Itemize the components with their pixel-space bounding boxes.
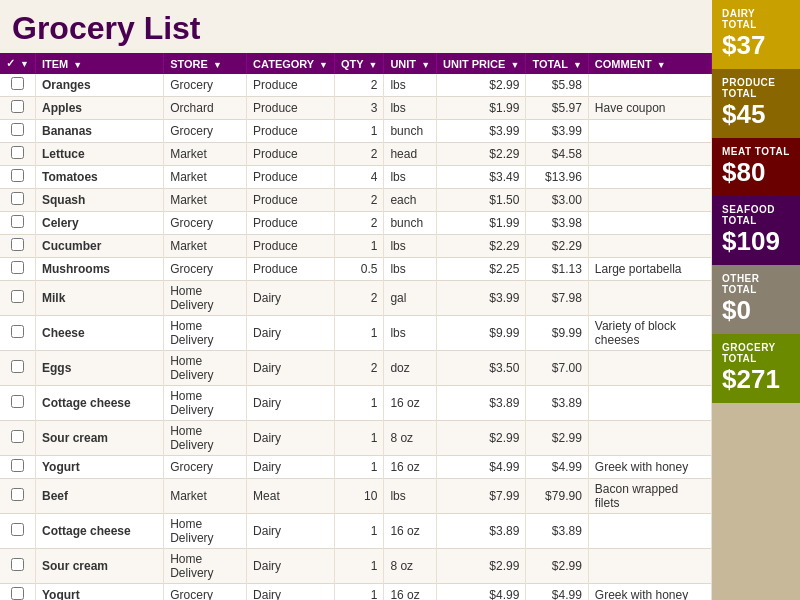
row-comment xyxy=(588,166,711,189)
row-total: $4.58 xyxy=(526,143,588,166)
col-qty[interactable]: QTY ▼ xyxy=(335,53,384,74)
row-item: Sour cream xyxy=(35,549,163,584)
row-store: Grocery xyxy=(164,456,247,479)
row-category: Produce xyxy=(247,258,335,281)
row-unit: gal xyxy=(384,281,437,316)
col-comment[interactable]: COMMENT ▼ xyxy=(588,53,711,74)
row-checkbox[interactable] xyxy=(0,258,35,281)
row-total: $5.97 xyxy=(526,97,588,120)
row-unit-price: $2.99 xyxy=(437,421,526,456)
row-unit: doz xyxy=(384,351,437,386)
row-checkbox[interactable] xyxy=(0,351,35,386)
row-qty: 1 xyxy=(335,120,384,143)
row-item: Yogurt xyxy=(35,584,163,601)
table-row: ApplesOrchardProduce3lbs$1.99$5.97Have c… xyxy=(0,97,712,120)
row-checkbox[interactable] xyxy=(0,456,35,479)
row-store: Market xyxy=(164,166,247,189)
row-total: $79.90 xyxy=(526,479,588,514)
row-store: Grocery xyxy=(164,584,247,601)
row-total: $3.00 xyxy=(526,189,588,212)
table-container[interactable]: ✓ ▼ ITEM ▼ STORE ▼ CATEGORY ▼ QTY ▼ UNIT… xyxy=(0,53,712,600)
row-item: Beef xyxy=(35,479,163,514)
row-unit: each xyxy=(384,189,437,212)
row-checkbox[interactable] xyxy=(0,235,35,258)
row-store: Home Delivery xyxy=(164,514,247,549)
row-unit-price: $3.89 xyxy=(437,386,526,421)
row-unit: 8 oz xyxy=(384,421,437,456)
table-row: BeefMarketMeat10lbs$7.99$79.90Bacon wrap… xyxy=(0,479,712,514)
table-row: YogurtGroceryDairy116 oz$4.99$4.99Greek … xyxy=(0,584,712,601)
row-checkbox[interactable] xyxy=(0,166,35,189)
row-comment xyxy=(588,212,711,235)
row-store: Market xyxy=(164,235,247,258)
row-unit: lbs xyxy=(384,479,437,514)
row-comment xyxy=(588,143,711,166)
row-unit: 16 oz xyxy=(384,386,437,421)
row-category: Produce xyxy=(247,74,335,97)
row-checkbox[interactable] xyxy=(0,74,35,97)
table-row: EggsHome DeliveryDairy2doz$3.50$7.00 xyxy=(0,351,712,386)
row-total: $2.29 xyxy=(526,235,588,258)
row-qty: 4 xyxy=(335,166,384,189)
table-row: YogurtGroceryDairy116 oz$4.99$4.99Greek … xyxy=(0,456,712,479)
row-checkbox[interactable] xyxy=(0,514,35,549)
row-unit: 16 oz xyxy=(384,584,437,601)
row-category: Dairy xyxy=(247,281,335,316)
grocery-total-card: GROCERY TOTAL $271 xyxy=(712,334,800,403)
col-category[interactable]: CATEGORY ▼ xyxy=(247,53,335,74)
row-unit-price: $4.99 xyxy=(437,456,526,479)
table-row: LettuceMarketProduce2head$2.29$4.58 xyxy=(0,143,712,166)
row-store: Grocery xyxy=(164,74,247,97)
seafood-total-value: $109 xyxy=(722,226,790,257)
row-checkbox[interactable] xyxy=(0,189,35,212)
row-comment xyxy=(588,189,711,212)
row-checkbox[interactable] xyxy=(0,120,35,143)
row-checkbox[interactable] xyxy=(0,97,35,120)
row-item: Eggs xyxy=(35,351,163,386)
col-item[interactable]: ITEM ▼ xyxy=(35,53,163,74)
row-checkbox[interactable] xyxy=(0,584,35,601)
table-row: SquashMarketProduce2each$1.50$3.00 xyxy=(0,189,712,212)
meat-total-value: $80 xyxy=(722,157,790,188)
row-comment xyxy=(588,281,711,316)
row-category: Dairy xyxy=(247,386,335,421)
table-row: CucumberMarketProduce1lbs$2.29$2.29 xyxy=(0,235,712,258)
row-checkbox[interactable] xyxy=(0,281,35,316)
row-total: $7.00 xyxy=(526,351,588,386)
table-row: CheeseHome DeliveryDairy1lbs$9.99$9.99Va… xyxy=(0,316,712,351)
row-checkbox[interactable] xyxy=(0,212,35,235)
table-row: OrangesGroceryProduce2lbs$2.99$5.98 xyxy=(0,74,712,97)
row-store: Orchard xyxy=(164,97,247,120)
col-unit-price[interactable]: UNIT PRICE ▼ xyxy=(437,53,526,74)
row-total: $2.99 xyxy=(526,549,588,584)
row-qty: 2 xyxy=(335,281,384,316)
row-checkbox[interactable] xyxy=(0,479,35,514)
col-check[interactable]: ✓ ▼ xyxy=(0,53,35,74)
other-total-value: $0 xyxy=(722,295,790,326)
row-unit: head xyxy=(384,143,437,166)
table-header-row: ✓ ▼ ITEM ▼ STORE ▼ CATEGORY ▼ QTY ▼ UNIT… xyxy=(0,53,712,74)
col-unit[interactable]: UNIT ▼ xyxy=(384,53,437,74)
row-qty: 1 xyxy=(335,316,384,351)
col-total[interactable]: TOTAL ▼ xyxy=(526,53,588,74)
row-store: Market xyxy=(164,479,247,514)
row-category: Dairy xyxy=(247,351,335,386)
row-category: Dairy xyxy=(247,584,335,601)
row-unit-price: $1.99 xyxy=(437,97,526,120)
row-checkbox[interactable] xyxy=(0,386,35,421)
row-category: Dairy xyxy=(247,316,335,351)
row-checkbox[interactable] xyxy=(0,316,35,351)
row-comment: Have coupon xyxy=(588,97,711,120)
other-total-card: OTHER TOTAL $0 xyxy=(712,265,800,334)
row-item: Mushrooms xyxy=(35,258,163,281)
row-category: Dairy xyxy=(247,514,335,549)
col-store[interactable]: STORE ▼ xyxy=(164,53,247,74)
row-total: $5.98 xyxy=(526,74,588,97)
row-store: Grocery xyxy=(164,212,247,235)
row-checkbox[interactable] xyxy=(0,549,35,584)
row-qty: 1 xyxy=(335,456,384,479)
row-checkbox[interactable] xyxy=(0,143,35,166)
row-qty: 2 xyxy=(335,74,384,97)
table-row: BananasGroceryProduce1bunch$3.99$3.99 xyxy=(0,120,712,143)
row-checkbox[interactable] xyxy=(0,421,35,456)
